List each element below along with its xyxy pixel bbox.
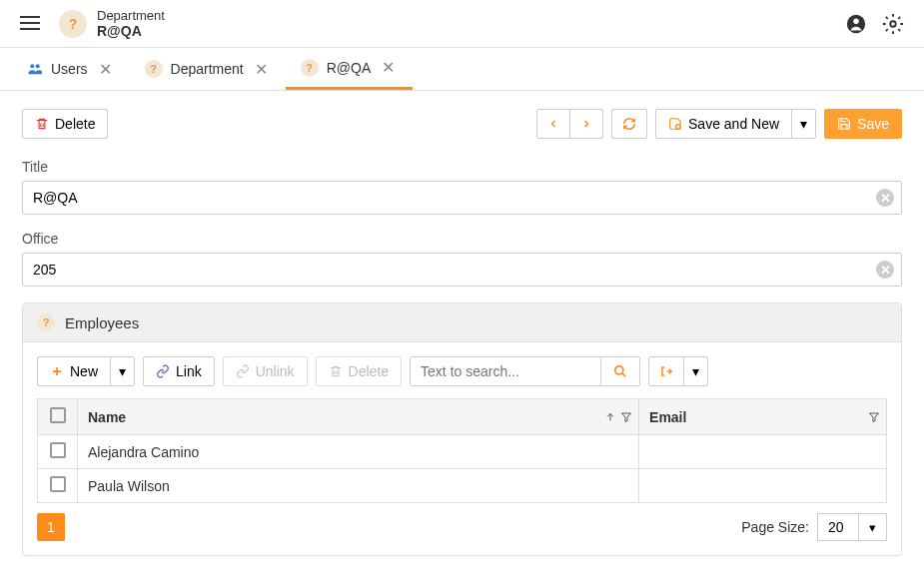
prev-record-button[interactable] (536, 109, 570, 139)
unlink-icon (236, 364, 250, 378)
caret-down-icon: ▾ (119, 363, 126, 379)
delete-button[interactable]: Delete (22, 109, 108, 139)
button-label: Delete (349, 363, 389, 379)
new-employee-dropdown[interactable]: ▾ (110, 356, 135, 386)
user-account-icon[interactable] (845, 13, 867, 35)
tab-rqa[interactable]: ? R@QA ✕ (286, 48, 414, 90)
chevron-left-icon (547, 118, 559, 130)
tab-department[interactable]: ? Department ✕ (130, 48, 286, 90)
header-title-block: Department R@QA (97, 8, 845, 39)
page-title: R@QA (97, 23, 845, 39)
trash-icon (35, 117, 49, 131)
export-button[interactable] (648, 356, 684, 386)
refresh-icon (622, 117, 636, 131)
plus-icon (50, 364, 64, 378)
save-button[interactable]: Save (824, 109, 902, 139)
tab-label: R@QA (327, 60, 372, 76)
refresh-button[interactable] (611, 109, 647, 139)
search-icon (613, 364, 627, 378)
cell-name: Alejandra Camino (78, 435, 639, 469)
cell-email (639, 469, 887, 503)
button-label: Unlink (256, 363, 295, 379)
employees-panel: ? Employees New ▾ (22, 302, 902, 556)
next-record-button[interactable] (569, 109, 603, 139)
users-icon (27, 61, 43, 77)
search-input[interactable] (411, 357, 600, 385)
close-icon[interactable]: ✕ (379, 58, 398, 77)
select-all-checkbox[interactable] (50, 407, 66, 423)
column-label: Email (649, 409, 686, 425)
caret-down-icon: ▾ (869, 520, 876, 535)
svg-point-3 (30, 64, 34, 68)
title-label: Title (22, 159, 902, 175)
tab-users[interactable]: Users ✕ (12, 48, 130, 90)
entity-type-icon: ? (59, 10, 87, 38)
search-button[interactable] (600, 357, 639, 385)
close-icon[interactable]: ✕ (96, 60, 115, 79)
caret-down-icon: ▾ (800, 116, 807, 132)
row-checkbox[interactable] (50, 442, 66, 458)
close-icon[interactable]: ✕ (252, 60, 271, 79)
clear-input-icon[interactable]: ✕ (876, 189, 894, 207)
column-label: Name (88, 409, 126, 425)
row-checkbox[interactable] (50, 476, 66, 492)
svg-point-4 (36, 64, 40, 68)
entity-type-icon: ? (37, 313, 55, 331)
filter-icon[interactable] (868, 411, 880, 423)
filter-icon[interactable] (620, 411, 632, 423)
button-label: Delete (55, 116, 95, 132)
link-button[interactable]: Link (143, 356, 215, 386)
trash-icon (329, 364, 343, 378)
title-input[interactable] (22, 181, 902, 215)
new-employee-button[interactable]: New (37, 356, 111, 386)
save-and-new-dropdown[interactable]: ▾ (791, 109, 816, 139)
link-icon (156, 364, 170, 378)
open-tabs: Users ✕ ? Department ✕ ? R@QA ✕ (0, 48, 924, 91)
page-size-label: Page Size: (741, 519, 809, 535)
column-header-email[interactable]: Email (639, 399, 887, 435)
button-label: Save (857, 116, 889, 132)
hamburger-menu-icon[interactable] (20, 12, 44, 36)
office-label: Office (22, 231, 902, 247)
save-icon (837, 117, 851, 131)
employees-table: Name Email (37, 398, 887, 503)
chevron-right-icon (580, 118, 592, 130)
sort-asc-icon[interactable] (604, 411, 616, 423)
export-icon (659, 364, 673, 378)
svg-point-6 (615, 366, 623, 374)
tab-label: Department (171, 61, 244, 77)
page-size-dropdown[interactable]: ▾ (858, 514, 886, 540)
save-new-icon (668, 117, 682, 131)
clear-input-icon[interactable]: ✕ (876, 261, 894, 279)
column-header-name[interactable]: Name (78, 399, 639, 435)
page-size-input[interactable] (818, 514, 858, 540)
settings-gear-icon[interactable] (882, 13, 904, 35)
button-label: Save and New (688, 116, 779, 132)
tab-label: Users (51, 61, 88, 77)
table-row[interactable]: Alejandra Camino (38, 435, 887, 469)
save-and-new-button[interactable]: Save and New (655, 109, 792, 139)
cell-email (639, 435, 887, 469)
entity-type-icon: ? (301, 59, 319, 77)
button-label: Link (176, 363, 202, 379)
page-number[interactable]: 1 (37, 513, 65, 541)
svg-point-1 (853, 18, 859, 24)
table-row[interactable]: Paula Wilson (38, 469, 887, 503)
detail-view: Delete (0, 91, 924, 574)
app-header: ? Department R@QA (0, 0, 924, 48)
button-label: New (70, 363, 98, 379)
panel-title: Employees (65, 314, 139, 331)
caret-down-icon: ▾ (692, 363, 699, 379)
delete-employees-button[interactable]: Delete (316, 356, 402, 386)
entity-type-icon: ? (145, 60, 163, 78)
export-dropdown[interactable]: ▾ (683, 356, 708, 386)
office-input[interactable] (22, 253, 902, 287)
cell-name: Paula Wilson (78, 469, 639, 503)
unlink-button[interactable]: Unlink (223, 356, 308, 386)
svg-point-2 (890, 21, 896, 27)
breadcrumb: Department (97, 8, 845, 23)
